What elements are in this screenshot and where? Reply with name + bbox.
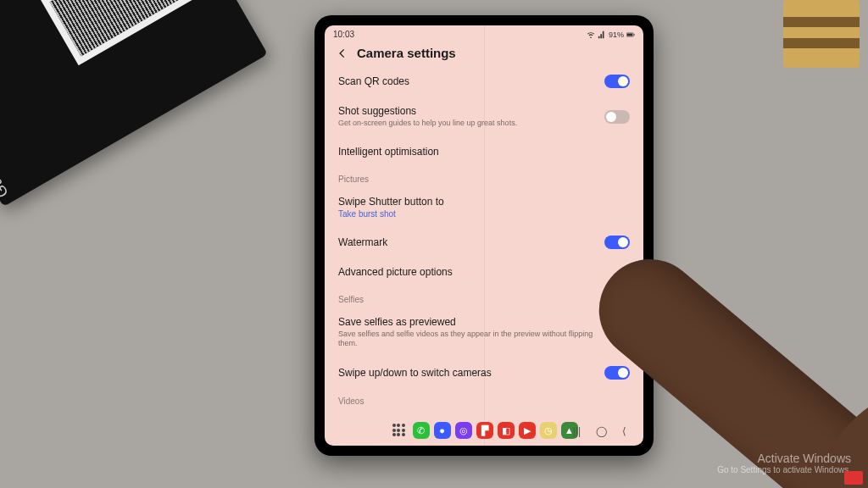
device-screen: 10:03 91% Camera settings Scan QR codes …	[325, 25, 643, 446]
taskbar-clock-icon[interactable]: ◷	[540, 422, 557, 439]
battery-text: 91%	[609, 30, 624, 39]
shot-suggestions-desc: Get on-screen guides to help you line up…	[338, 119, 596, 129]
auto-fps-row[interactable]: Auto FPS	[338, 409, 630, 417]
taskbar-youtube-icon[interactable]: ▶	[519, 422, 536, 439]
svg-rect-1	[627, 33, 633, 36]
intelligent-optimisation-row[interactable]: Intelligent optimisation	[338, 137, 630, 166]
device-frame: 10:03 91% Camera settings Scan QR codes …	[314, 15, 654, 456]
clock-text: 10:03	[333, 30, 354, 39]
taskbar-gallery-icon[interactable]: ◧	[498, 422, 515, 439]
swipe-shutter-row[interactable]: Swipe Shutter button to Take burst shot	[338, 187, 630, 227]
watermark-label: Watermark	[338, 236, 596, 248]
section-selfies: Selfies	[338, 286, 630, 308]
product-box: Galaxy Z Fold6	[0, 0, 268, 207]
save-selfies-toggle[interactable]	[604, 325, 630, 339]
advanced-picture-options-label: Advanced picture options	[338, 266, 630, 278]
taskbar: ✆●◎▛◧▶◷▲ ||| ◯ ⟨	[325, 419, 643, 442]
battery-icon	[626, 30, 635, 39]
channel-logo	[844, 471, 863, 485]
swipe-shutter-label: Swipe Shutter button to	[338, 196, 630, 208]
activate-windows-watermark: Activate Windows Go to Settings to activ…	[717, 452, 851, 474]
watermark-toggle[interactable]	[604, 236, 630, 249]
scan-qr-codes-row[interactable]: Scan QR codes	[338, 66, 630, 97]
barcode-label	[41, 0, 211, 65]
shot-suggestions-row[interactable]: Shot suggestions Get on-screen guides to…	[338, 97, 630, 137]
swipe-cameras-row[interactable]: Swipe up/down to switch cameras	[338, 358, 630, 388]
wifi-icon	[587, 30, 595, 39]
wooden-block	[783, 0, 860, 68]
activate-windows-sub: Go to Settings to activate Windows.	[717, 465, 851, 474]
intelligent-optimisation-label: Intelligent optimisation	[338, 146, 630, 158]
swipe-cameras-label: Swipe up/down to switch cameras	[338, 367, 596, 379]
signal-icon	[598, 30, 606, 39]
activate-windows-title: Activate Windows	[717, 452, 851, 465]
save-selfies-label: Save selfies as previewed	[338, 316, 596, 328]
section-videos: Videos	[338, 388, 630, 409]
back-button[interactable]: ⟨	[622, 425, 626, 437]
product-box-label: Galaxy Z Fold6	[0, 97, 13, 201]
section-pictures: Pictures	[338, 166, 630, 187]
shot-suggestions-label: Shot suggestions	[338, 105, 596, 117]
swipe-shutter-value: Take burst shot	[338, 209, 630, 219]
svg-rect-2	[634, 34, 635, 36]
recents-button[interactable]: |||	[573, 425, 581, 437]
settings-list[interactable]: Scan QR codes Shot suggestions Get on-sc…	[325, 66, 643, 417]
shot-suggestions-toggle[interactable]	[604, 110, 630, 124]
back-icon[interactable]	[337, 47, 348, 59]
taskbar-messages-icon[interactable]: ●	[434, 422, 451, 439]
apps-drawer-icon[interactable]	[391, 422, 408, 439]
swipe-cameras-toggle[interactable]	[604, 366, 630, 380]
save-selfies-row[interactable]: Save selfies as previewed Save selfies a…	[338, 308, 630, 358]
scan-qr-codes-toggle[interactable]	[604, 75, 630, 88]
page-title: Camera settings	[357, 46, 456, 60]
status-icons: 91%	[587, 30, 635, 39]
taskbar-phone-icon[interactable]: ✆	[413, 422, 430, 439]
home-button[interactable]: ◯	[596, 425, 607, 437]
taskbar-flipboard-icon[interactable]: ▛	[476, 422, 493, 439]
save-selfies-desc: Save selfies and selfie videos as they a…	[338, 330, 596, 349]
watermark-row[interactable]: Watermark	[338, 227, 630, 258]
taskbar-samsung-icon[interactable]: ◎	[455, 422, 472, 439]
scan-qr-codes-label: Scan QR codes	[338, 75, 596, 87]
advanced-picture-options-row[interactable]: Advanced picture options	[338, 258, 630, 286]
